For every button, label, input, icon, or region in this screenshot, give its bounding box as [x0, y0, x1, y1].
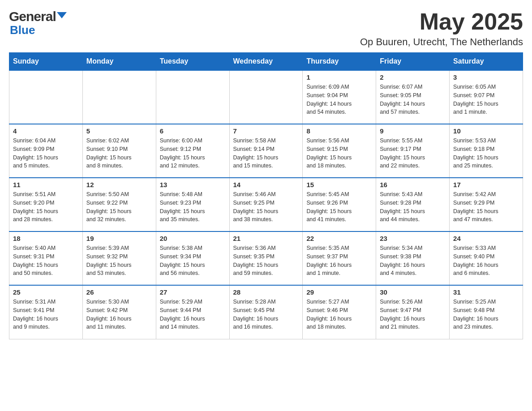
day-number: 27	[160, 288, 226, 296]
day-number: 22	[306, 235, 372, 242]
title-block: May 2025 Op Buuren, Utrecht, The Netherl…	[360, 9, 523, 48]
day-info: Sunrise: 5:34 AM Sunset: 9:38 PM Dayligh…	[380, 244, 446, 278]
day-info: Sunrise: 5:35 AM Sunset: 9:37 PM Dayligh…	[306, 244, 372, 278]
calendar-cell: 19Sunrise: 5:39 AM Sunset: 9:32 PM Dayli…	[82, 231, 156, 285]
day-header-monday: Monday	[82, 53, 156, 71]
calendar-cell	[9, 70, 83, 124]
day-number: 28	[233, 288, 299, 296]
day-number: 24	[453, 235, 519, 242]
calendar-cell: 17Sunrise: 5:42 AM Sunset: 9:29 PM Dayli…	[450, 178, 523, 231]
calendar-cell: 28Sunrise: 5:28 AM Sunset: 9:45 PM Dayli…	[229, 285, 303, 339]
days-of-week-row: SundayMondayTuesdayWednesdayThursdayFrid…	[9, 53, 523, 71]
day-number: 12	[86, 181, 152, 188]
day-number: 17	[453, 181, 519, 188]
day-info: Sunrise: 5:55 AM Sunset: 9:17 PM Dayligh…	[380, 137, 446, 170]
day-info: Sunrise: 6:00 AM Sunset: 9:12 PM Dayligh…	[160, 137, 226, 170]
location-subtitle: Op Buuren, Utrecht, The Netherlands	[360, 36, 523, 48]
day-info: Sunrise: 5:29 AM Sunset: 9:44 PM Dayligh…	[160, 298, 226, 331]
calendar-cell: 27Sunrise: 5:29 AM Sunset: 9:44 PM Dayli…	[156, 285, 229, 339]
day-number: 25	[13, 288, 79, 296]
calendar-cell: 24Sunrise: 5:33 AM Sunset: 9:40 PM Dayli…	[450, 231, 523, 285]
day-number: 8	[306, 127, 372, 135]
week-row-3: 11Sunrise: 5:51 AM Sunset: 9:20 PM Dayli…	[9, 178, 523, 231]
day-number: 2	[380, 73, 446, 81]
day-info: Sunrise: 5:42 AM Sunset: 9:29 PM Dayligh…	[453, 190, 519, 224]
day-info: Sunrise: 5:58 AM Sunset: 9:14 PM Dayligh…	[233, 137, 299, 170]
day-number: 6	[160, 127, 226, 135]
calendar-cell: 29Sunrise: 5:27 AM Sunset: 9:46 PM Dayli…	[303, 285, 376, 339]
day-number: 11	[13, 181, 79, 188]
day-number: 1	[306, 73, 372, 81]
day-info: Sunrise: 5:40 AM Sunset: 9:31 PM Dayligh…	[13, 244, 79, 278]
day-number: 13	[160, 181, 226, 188]
day-info: Sunrise: 6:07 AM Sunset: 9:05 PM Dayligh…	[380, 83, 446, 116]
calendar-cell: 30Sunrise: 5:26 AM Sunset: 9:47 PM Dayli…	[376, 285, 450, 339]
calendar-cell: 13Sunrise: 5:48 AM Sunset: 9:23 PM Dayli…	[156, 178, 229, 231]
calendar-cell	[229, 70, 303, 124]
day-number: 30	[380, 288, 446, 296]
logo: General Blue	[9, 9, 67, 37]
calendar-cell: 4Sunrise: 6:04 AM Sunset: 9:09 PM Daylig…	[9, 124, 83, 178]
calendar-body: 1Sunrise: 6:09 AM Sunset: 9:04 PM Daylig…	[9, 70, 523, 339]
day-info: Sunrise: 5:36 AM Sunset: 9:35 PM Dayligh…	[233, 244, 299, 278]
day-header-thursday: Thursday	[303, 53, 376, 71]
calendar-cell: 31Sunrise: 5:25 AM Sunset: 9:48 PM Dayli…	[450, 285, 523, 339]
calendar-header: SundayMondayTuesdayWednesdayThursdayFrid…	[9, 53, 523, 71]
day-header-saturday: Saturday	[450, 53, 523, 71]
day-info: Sunrise: 6:02 AM Sunset: 9:10 PM Dayligh…	[86, 137, 152, 170]
day-header-wednesday: Wednesday	[229, 53, 303, 71]
day-number: 7	[233, 127, 299, 135]
calendar-cell: 21Sunrise: 5:36 AM Sunset: 9:35 PM Dayli…	[229, 231, 303, 285]
day-info: Sunrise: 5:56 AM Sunset: 9:15 PM Dayligh…	[306, 137, 372, 170]
week-row-1: 1Sunrise: 6:09 AM Sunset: 9:04 PM Daylig…	[9, 70, 523, 124]
day-number: 31	[453, 288, 519, 296]
calendar-cell: 10Sunrise: 5:53 AM Sunset: 9:18 PM Dayli…	[450, 124, 523, 178]
calendar-cell: 25Sunrise: 5:31 AM Sunset: 9:41 PM Dayli…	[9, 285, 83, 339]
day-number: 20	[160, 235, 226, 242]
day-number: 5	[86, 127, 152, 135]
page-header: General Blue May 2025 Op Buuren, Utrecht…	[9, 9, 523, 48]
logo-arrow-icon	[57, 12, 67, 22]
day-info: Sunrise: 5:53 AM Sunset: 9:18 PM Dayligh…	[453, 137, 519, 170]
day-info: Sunrise: 5:39 AM Sunset: 9:32 PM Dayligh…	[86, 244, 152, 278]
calendar-cell: 26Sunrise: 5:30 AM Sunset: 9:42 PM Dayli…	[82, 285, 156, 339]
calendar-cell: 23Sunrise: 5:34 AM Sunset: 9:38 PM Dayli…	[376, 231, 450, 285]
day-info: Sunrise: 5:45 AM Sunset: 9:26 PM Dayligh…	[306, 190, 372, 224]
day-number: 9	[380, 127, 446, 135]
day-info: Sunrise: 5:48 AM Sunset: 9:23 PM Dayligh…	[160, 190, 226, 224]
calendar-cell: 6Sunrise: 6:00 AM Sunset: 9:12 PM Daylig…	[156, 124, 229, 178]
calendar-cell: 18Sunrise: 5:40 AM Sunset: 9:31 PM Dayli…	[9, 231, 83, 285]
day-number: 3	[453, 73, 519, 81]
day-info: Sunrise: 5:31 AM Sunset: 9:41 PM Dayligh…	[13, 298, 79, 331]
calendar-cell: 9Sunrise: 5:55 AM Sunset: 9:17 PM Daylig…	[376, 124, 450, 178]
day-info: Sunrise: 6:04 AM Sunset: 9:09 PM Dayligh…	[13, 137, 79, 170]
week-row-4: 18Sunrise: 5:40 AM Sunset: 9:31 PM Dayli…	[9, 231, 523, 285]
day-info: Sunrise: 5:26 AM Sunset: 9:47 PM Dayligh…	[380, 298, 446, 331]
logo-general-text: General	[9, 9, 56, 24]
day-header-friday: Friday	[376, 53, 450, 71]
calendar-cell: 20Sunrise: 5:38 AM Sunset: 9:34 PM Dayli…	[156, 231, 229, 285]
day-info: Sunrise: 5:28 AM Sunset: 9:45 PM Dayligh…	[233, 298, 299, 331]
day-info: Sunrise: 6:09 AM Sunset: 9:04 PM Dayligh…	[306, 83, 372, 116]
day-header-sunday: Sunday	[9, 53, 83, 71]
calendar-cell: 22Sunrise: 5:35 AM Sunset: 9:37 PM Dayli…	[303, 231, 376, 285]
calendar-cell	[82, 70, 156, 124]
day-number: 14	[233, 181, 299, 188]
calendar-cell: 7Sunrise: 5:58 AM Sunset: 9:14 PM Daylig…	[229, 124, 303, 178]
day-number: 29	[306, 288, 372, 296]
day-info: Sunrise: 5:51 AM Sunset: 9:20 PM Dayligh…	[13, 190, 79, 224]
day-info: Sunrise: 5:46 AM Sunset: 9:25 PM Dayligh…	[233, 190, 299, 224]
day-number: 16	[380, 181, 446, 188]
day-info: Sunrise: 5:25 AM Sunset: 9:48 PM Dayligh…	[453, 298, 519, 331]
calendar-cell: 1Sunrise: 6:09 AM Sunset: 9:04 PM Daylig…	[303, 70, 376, 124]
logo-blue-text: Blue	[10, 23, 35, 37]
calendar-table: SundayMondayTuesdayWednesdayThursdayFrid…	[9, 52, 523, 339]
day-info: Sunrise: 5:50 AM Sunset: 9:22 PM Dayligh…	[86, 190, 152, 224]
calendar-cell: 8Sunrise: 5:56 AM Sunset: 9:15 PM Daylig…	[303, 124, 376, 178]
calendar-cell: 3Sunrise: 6:05 AM Sunset: 9:07 PM Daylig…	[450, 70, 523, 124]
day-number: 4	[13, 127, 79, 135]
day-number: 23	[380, 235, 446, 242]
day-number: 18	[13, 235, 79, 242]
calendar-cell: 14Sunrise: 5:46 AM Sunset: 9:25 PM Dayli…	[229, 178, 303, 231]
day-info: Sunrise: 5:30 AM Sunset: 9:42 PM Dayligh…	[86, 298, 152, 331]
